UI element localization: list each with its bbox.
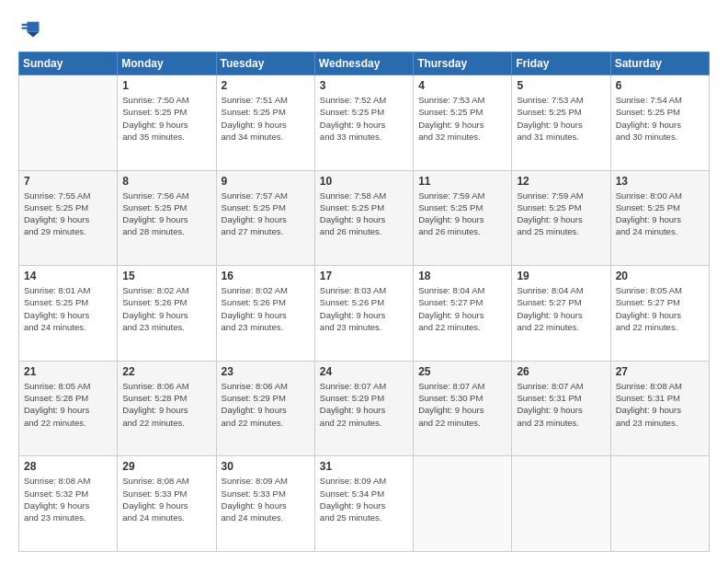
calendar-cell: 20Sunrise: 8:05 AM Sunset: 5:27 PM Dayli…	[610, 266, 709, 362]
calendar-cell: 12Sunrise: 7:59 AM Sunset: 5:25 PM Dayli…	[512, 170, 610, 266]
day-info: Sunrise: 7:50 AM Sunset: 5:25 PM Dayligh…	[122, 94, 210, 143]
day-info: Sunrise: 8:00 AM Sunset: 5:25 PM Dayligh…	[616, 190, 704, 238]
day-info: Sunrise: 7:55 AM Sunset: 5:25 PM Dayligh…	[24, 190, 112, 238]
day-number: 16	[222, 270, 310, 282]
calendar-cell: 10Sunrise: 7:58 AM Sunset: 5:25 PM Dayli…	[314, 170, 413, 266]
calendar-cell: 16Sunrise: 8:02 AM Sunset: 5:26 PM Dayli…	[216, 266, 314, 362]
day-info: Sunrise: 8:02 AM Sunset: 5:26 PM Dayligh…	[222, 284, 310, 333]
day-number: 11	[418, 175, 506, 188]
day-info: Sunrise: 7:53 AM Sunset: 5:25 PM Dayligh…	[517, 94, 605, 143]
day-number: 12	[517, 175, 605, 188]
calendar-week-row: 14Sunrise: 8:01 AM Sunset: 5:25 PM Dayli…	[19, 266, 710, 362]
day-number: 19	[517, 270, 605, 282]
day-number: 7	[24, 175, 112, 188]
day-number: 10	[320, 175, 408, 188]
calendar-day-header: Sunday	[19, 52, 118, 75]
day-number: 27	[616, 365, 704, 378]
day-number: 1	[122, 79, 210, 92]
day-number: 28	[24, 460, 112, 473]
calendar-day-header: Tuesday	[216, 52, 314, 75]
day-number: 3	[320, 79, 408, 92]
day-info: Sunrise: 8:06 AM Sunset: 5:29 PM Dayligh…	[222, 380, 310, 429]
calendar-cell: 25Sunrise: 8:07 AM Sunset: 5:30 PM Dayli…	[414, 361, 512, 456]
calendar-cell: 4Sunrise: 7:53 AM Sunset: 5:25 PM Daylig…	[414, 75, 512, 171]
calendar-cell: 27Sunrise: 8:08 AM Sunset: 5:31 PM Dayli…	[610, 361, 709, 456]
svg-rect-2	[21, 24, 29, 26]
day-number: 21	[24, 365, 112, 378]
calendar-cell: 19Sunrise: 8:04 AM Sunset: 5:27 PM Dayli…	[512, 266, 610, 362]
day-info: Sunrise: 8:05 AM Sunset: 5:27 PM Dayligh…	[616, 284, 704, 333]
day-number: 8	[122, 175, 210, 188]
calendar-cell: 8Sunrise: 7:56 AM Sunset: 5:25 PM Daylig…	[118, 170, 216, 266]
day-number: 30	[222, 460, 310, 473]
day-number: 2	[222, 79, 310, 92]
calendar-cell: 3Sunrise: 7:52 AM Sunset: 5:25 PM Daylig…	[314, 75, 413, 171]
day-number: 22	[122, 365, 210, 378]
day-info: Sunrise: 8:01 AM Sunset: 5:25 PM Dayligh…	[24, 284, 112, 333]
day-number: 20	[616, 270, 704, 282]
logo-icon	[20, 18, 40, 39]
svg-marker-0	[27, 22, 39, 32]
day-info: Sunrise: 8:02 AM Sunset: 5:26 PM Dayligh…	[122, 284, 210, 333]
day-info: Sunrise: 8:08 AM Sunset: 5:31 PM Dayligh…	[616, 380, 704, 429]
calendar-cell	[414, 456, 512, 552]
day-info: Sunrise: 8:09 AM Sunset: 5:33 PM Dayligh…	[222, 475, 310, 523]
calendar-cell: 14Sunrise: 8:01 AM Sunset: 5:25 PM Dayli…	[19, 266, 118, 362]
calendar-cell: 6Sunrise: 7:54 AM Sunset: 5:25 PM Daylig…	[610, 75, 709, 171]
header	[18, 15, 710, 42]
day-number: 25	[418, 365, 506, 378]
day-number: 13	[616, 175, 704, 188]
day-number: 23	[222, 365, 310, 378]
day-info: Sunrise: 8:04 AM Sunset: 5:27 PM Dayligh…	[517, 284, 605, 333]
calendar-day-header: Saturday	[610, 52, 709, 75]
page: SundayMondayTuesdayWednesdayThursdayFrid…	[0, 0, 728, 563]
calendar-cell: 15Sunrise: 8:02 AM Sunset: 5:26 PM Dayli…	[118, 266, 216, 362]
calendar-cell: 13Sunrise: 8:00 AM Sunset: 5:25 PM Dayli…	[610, 170, 709, 266]
day-info: Sunrise: 7:57 AM Sunset: 5:25 PM Dayligh…	[222, 190, 310, 238]
day-info: Sunrise: 7:53 AM Sunset: 5:25 PM Dayligh…	[418, 94, 506, 143]
calendar-cell: 2Sunrise: 7:51 AM Sunset: 5:25 PM Daylig…	[216, 75, 314, 171]
day-info: Sunrise: 8:03 AM Sunset: 5:26 PM Dayligh…	[320, 284, 408, 333]
day-number: 9	[222, 175, 310, 188]
day-number: 14	[24, 270, 112, 282]
day-number: 31	[320, 460, 408, 473]
calendar-cell	[19, 75, 118, 171]
day-info: Sunrise: 7:54 AM Sunset: 5:25 PM Dayligh…	[616, 94, 704, 143]
day-number: 15	[122, 270, 210, 282]
day-number: 4	[418, 79, 506, 92]
day-number: 29	[122, 460, 210, 473]
calendar-cell: 21Sunrise: 8:05 AM Sunset: 5:28 PM Dayli…	[19, 361, 118, 456]
day-info: Sunrise: 7:58 AM Sunset: 5:25 PM Dayligh…	[320, 190, 408, 238]
day-info: Sunrise: 8:07 AM Sunset: 5:31 PM Dayligh…	[517, 380, 605, 429]
calendar-day-header: Wednesday	[314, 52, 413, 75]
day-info: Sunrise: 7:56 AM Sunset: 5:25 PM Dayligh…	[122, 190, 210, 238]
calendar-cell: 1Sunrise: 7:50 AM Sunset: 5:25 PM Daylig…	[118, 75, 216, 171]
calendar-cell: 5Sunrise: 7:53 AM Sunset: 5:25 PM Daylig…	[512, 75, 610, 171]
day-info: Sunrise: 8:04 AM Sunset: 5:27 PM Dayligh…	[418, 284, 506, 333]
day-info: Sunrise: 8:08 AM Sunset: 5:33 PM Dayligh…	[122, 475, 210, 523]
calendar-cell: 9Sunrise: 7:57 AM Sunset: 5:25 PM Daylig…	[216, 170, 314, 266]
day-info: Sunrise: 8:07 AM Sunset: 5:30 PM Dayligh…	[418, 380, 506, 429]
day-info: Sunrise: 8:09 AM Sunset: 5:34 PM Dayligh…	[320, 475, 408, 523]
calendar-cell: 29Sunrise: 8:08 AM Sunset: 5:33 PM Dayli…	[118, 456, 216, 552]
day-number: 26	[517, 365, 605, 378]
day-number: 17	[320, 270, 408, 282]
calendar-week-row: 21Sunrise: 8:05 AM Sunset: 5:28 PM Dayli…	[19, 361, 710, 456]
calendar-cell: 30Sunrise: 8:09 AM Sunset: 5:33 PM Dayli…	[216, 456, 314, 552]
calendar-day-header: Thursday	[414, 52, 512, 75]
svg-rect-3	[21, 28, 28, 29]
calendar-cell: 7Sunrise: 7:55 AM Sunset: 5:25 PM Daylig…	[19, 170, 118, 266]
calendar-week-row: 28Sunrise: 8:08 AM Sunset: 5:32 PM Dayli…	[19, 456, 710, 552]
calendar-cell: 11Sunrise: 7:59 AM Sunset: 5:25 PM Dayli…	[414, 170, 512, 266]
logo	[18, 18, 42, 42]
calendar-cell: 31Sunrise: 8:09 AM Sunset: 5:34 PM Dayli…	[314, 456, 413, 552]
calendar-cell: 28Sunrise: 8:08 AM Sunset: 5:32 PM Dayli…	[19, 456, 118, 552]
calendar-cell: 17Sunrise: 8:03 AM Sunset: 5:26 PM Dayli…	[314, 266, 413, 362]
calendar-cell	[610, 456, 709, 552]
calendar-table: SundayMondayTuesdayWednesdayThursdayFrid…	[18, 52, 710, 552]
day-number: 6	[616, 79, 704, 92]
calendar-day-header: Monday	[118, 52, 216, 75]
day-number: 18	[418, 270, 506, 282]
day-info: Sunrise: 7:52 AM Sunset: 5:25 PM Dayligh…	[320, 94, 408, 143]
calendar-cell: 18Sunrise: 8:04 AM Sunset: 5:27 PM Dayli…	[414, 266, 512, 362]
